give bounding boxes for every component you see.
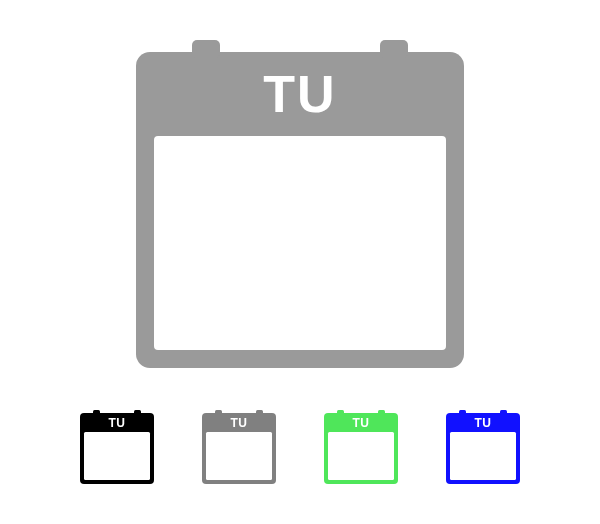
calendar-page-body bbox=[84, 432, 150, 480]
calendar-tuesday-icon: TU bbox=[136, 52, 464, 368]
calendar-tuesday-icon-variant-blue: TU bbox=[446, 413, 520, 484]
calendar-day-label: TU bbox=[80, 413, 154, 432]
color-variant-row: TU TU TU TU bbox=[0, 413, 600, 484]
calendar-page-body bbox=[206, 432, 272, 480]
icon-preview-canvas: TU TU TU TU bbox=[0, 0, 600, 524]
calendar-day-label: TU bbox=[446, 413, 520, 432]
calendar-page-body bbox=[450, 432, 516, 480]
calendar-tuesday-icon-variant-green: TU bbox=[324, 413, 398, 484]
calendar-day-label: TU bbox=[324, 413, 398, 432]
calendar-page-body bbox=[154, 136, 446, 350]
calendar-tuesday-icon-variant-gray: TU bbox=[202, 413, 276, 484]
calendar-day-label: TU bbox=[136, 52, 464, 136]
calendar-day-label: TU bbox=[202, 413, 276, 432]
calendar-page-body bbox=[328, 432, 394, 480]
calendar-tuesday-icon-variant-black: TU bbox=[80, 413, 154, 484]
